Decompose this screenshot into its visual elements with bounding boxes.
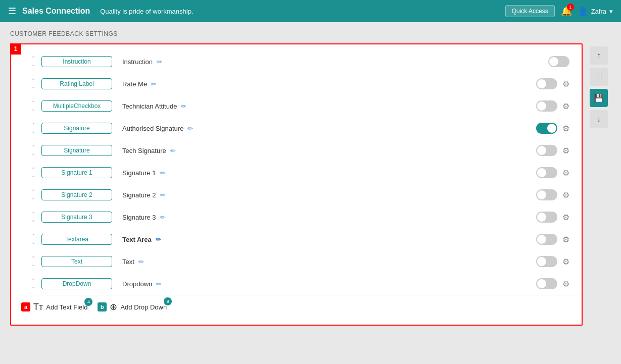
field-label: Instruction ✏ — [122, 58, 548, 66]
add-dropdown-button[interactable]: b ⊕ Add Drop Down 9 — [98, 301, 167, 313]
field-label-text: Text Area — [122, 236, 152, 243]
sort-down-arrow[interactable]: ⌄ — [31, 151, 35, 156]
toggle-switch[interactable] — [536, 100, 557, 112]
sort-handle[interactable]: ⌃ ⌄ — [31, 189, 35, 200]
field-row: ⌃ ⌄ MultipleCheckbox Technician Attitude… — [11, 95, 582, 117]
gear-icon[interactable]: ⚙ — [562, 279, 569, 289]
sort-down-arrow[interactable]: ⌄ — [31, 262, 35, 267]
edit-icon[interactable]: ✏ — [160, 191, 166, 199]
sort-down-arrow[interactable]: ⌄ — [31, 129, 35, 134]
field-controls — [548, 56, 569, 67]
sort-down-arrow[interactable]: ⌄ — [31, 107, 35, 112]
toggle-switch[interactable] — [536, 256, 557, 267]
toggle-switch[interactable] — [536, 145, 557, 156]
gear-icon[interactable]: ⚙ — [562, 146, 569, 155]
edit-icon[interactable]: ✏ — [181, 102, 186, 110]
page-content: CUSTOMER FEEDBACK SETTINGS 1 ⌃ ⌄ Instruc… — [0, 22, 621, 334]
field-type-badge: Text — [41, 256, 112, 267]
toggle-switch[interactable] — [536, 123, 557, 134]
field-label-text: Authorised Signature — [122, 125, 183, 132]
monitor-button[interactable]: 🖥 — [590, 68, 608, 86]
toggle-switch[interactable] — [536, 78, 557, 89]
save-button[interactable]: 💾 — [590, 89, 608, 107]
sort-down-arrow[interactable]: ⌄ — [31, 218, 35, 223]
sort-up-arrow[interactable]: ⌃ — [31, 278, 35, 283]
user-chevron-icon: ▾ — [609, 8, 613, 15]
sort-down-arrow[interactable]: ⌄ — [31, 195, 35, 200]
scroll-up-button[interactable]: ↑ — [590, 46, 608, 65]
gear-icon[interactable]: ⚙ — [562, 101, 569, 111]
field-controls: ⚙ — [536, 278, 569, 289]
toggle-switch[interactable] — [548, 56, 569, 67]
sort-handle[interactable]: ⌃ ⌄ — [31, 234, 35, 245]
sort-up-arrow[interactable]: ⌃ — [31, 256, 35, 261]
gear-icon[interactable]: ⚙ — [562, 190, 569, 200]
toggle-switch[interactable] — [536, 278, 557, 289]
edit-icon[interactable]: ✏ — [138, 258, 144, 266]
gear-icon[interactable]: ⚙ — [562, 124, 569, 133]
sort-up-arrow[interactable]: ⌃ — [31, 100, 35, 106]
sort-handle[interactable]: ⌃ ⌄ — [31, 167, 35, 178]
sort-down-arrow[interactable]: ⌄ — [31, 84, 35, 89]
sort-handle[interactable]: ⌃ ⌄ — [31, 78, 35, 89]
scroll-down-button[interactable]: ↓ — [590, 110, 608, 128]
settings-panel: 1 ⌃ ⌄ Instruction Instruction ✏ ⌃ ⌄ Rati… — [10, 43, 583, 326]
sort-up-arrow[interactable]: ⌃ — [31, 145, 35, 150]
edit-icon[interactable]: ✏ — [151, 80, 157, 88]
field-row: ⌃ ⌄ Signature Tech Signature ✏ ⚙ — [11, 139, 582, 162]
sort-handle[interactable]: ⌃ ⌄ — [31, 56, 35, 67]
sort-handle[interactable]: ⌃ ⌄ — [31, 212, 35, 223]
gear-icon[interactable]: ⚙ — [562, 168, 569, 178]
sort-handle[interactable]: ⌃ ⌄ — [31, 145, 35, 156]
edit-icon[interactable]: ✏ — [156, 280, 162, 288]
sort-handle[interactable]: ⌃ ⌄ — [31, 278, 35, 289]
sort-handle[interactable]: ⌃ ⌄ — [31, 256, 35, 267]
gear-icon[interactable]: ⚙ — [562, 257, 569, 267]
toggle-switch[interactable] — [536, 167, 557, 178]
sort-up-arrow[interactable]: ⌃ — [31, 234, 35, 239]
notification-bell[interactable]: 🔔 1 — [561, 6, 572, 17]
field-type-badge: Instruction — [41, 56, 112, 67]
edit-icon[interactable]: ✏ — [170, 147, 176, 154]
sort-up-arrow[interactable]: ⌃ — [31, 189, 35, 194]
field-row: ⌃ ⌄ Instruction Instruction ✏ — [11, 50, 582, 73]
right-sidebar: ↑ 🖥 💾 ↓ — [587, 43, 611, 326]
field-controls: ⚙ — [536, 100, 569, 112]
sort-up-arrow[interactable]: ⌃ — [31, 212, 35, 217]
quick-access-button[interactable]: Quick Access — [505, 5, 555, 17]
sort-down-arrow[interactable]: ⌄ — [31, 173, 35, 178]
edit-icon[interactable]: ✏ — [187, 125, 193, 132]
field-row: ⌃ ⌄ Signature Authorised Signature ✏ ⚙ — [11, 117, 582, 139]
app-title: Sales Connection — [22, 7, 90, 16]
toggle-switch[interactable] — [536, 234, 557, 245]
edit-icon[interactable]: ✏ — [160, 214, 166, 221]
sort-handle[interactable]: ⌃ ⌄ — [31, 100, 35, 112]
gear-icon[interactable]: ⚙ — [562, 235, 569, 244]
sort-up-arrow[interactable]: ⌃ — [31, 78, 35, 83]
toggle-switch[interactable] — [536, 189, 557, 200]
page-title: CUSTOMER FEEDBACK SETTINGS — [10, 30, 611, 37]
notification-badge: 1 — [567, 4, 574, 11]
field-label-text: Signature 2 — [122, 191, 156, 199]
panel-number: 1 — [10, 43, 21, 55]
gear-icon[interactable]: ⚙ — [562, 79, 569, 89]
user-menu[interactable]: 👤 Zafra ▾ — [578, 7, 613, 16]
edit-icon[interactable]: ✏ — [156, 236, 161, 243]
edit-icon[interactable]: ✏ — [157, 58, 162, 66]
field-controls: ⚙ — [536, 167, 569, 178]
field-label-text: Text — [122, 258, 134, 266]
sort-up-arrow[interactable]: ⌃ — [31, 167, 35, 172]
field-label-text: Tech Signature — [122, 147, 166, 154]
sort-down-arrow[interactable]: ⌄ — [31, 240, 35, 245]
add-text-field-button[interactable]: a Tт Add Text Field 4 — [21, 302, 87, 313]
toggle-switch[interactable] — [536, 212, 557, 223]
edit-icon[interactable]: ✏ — [160, 169, 166, 177]
field-label: Authorised Signature ✏ — [122, 125, 536, 132]
sort-down-arrow[interactable]: ⌄ — [31, 62, 35, 67]
sort-up-arrow[interactable]: ⌃ — [31, 123, 35, 128]
sort-handle[interactable]: ⌃ ⌄ — [31, 123, 35, 134]
sort-up-arrow[interactable]: ⌃ — [31, 56, 35, 61]
gear-icon[interactable]: ⚙ — [562, 213, 569, 222]
sort-down-arrow[interactable]: ⌄ — [31, 284, 35, 289]
menu-icon[interactable]: ☰ — [8, 6, 16, 17]
